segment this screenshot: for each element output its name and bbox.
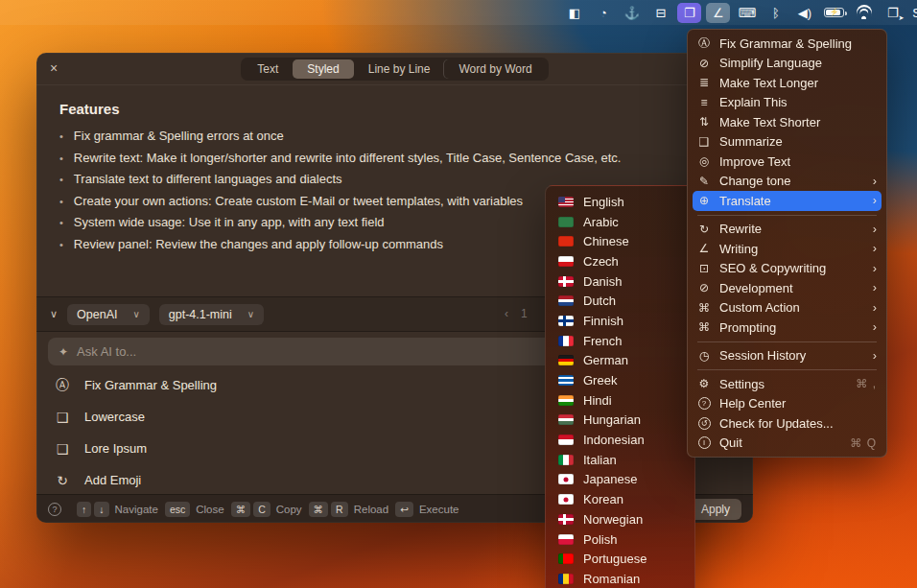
wifi-icon[interactable] xyxy=(852,3,876,23)
hint-label: Navigate xyxy=(115,504,158,515)
command-icon: ⌘ xyxy=(696,320,712,334)
menu-item-fix-grammar-spelling[interactable]: ⒶFix Grammar & Spelling xyxy=(688,34,886,54)
sidebar-toggle-icon[interactable]: ◧ xyxy=(562,3,586,23)
menubar: ◧◔⚓⊟❐∠⌨ᛒ◀)⚡❐➤S xyxy=(0,0,917,25)
provider-dropdown[interactable]: OpenAI ∨ xyxy=(67,304,150,325)
bullet-icon: • xyxy=(59,126,63,148)
language-item-norwegian[interactable]: Norwegian xyxy=(546,509,694,529)
menu-item-settings[interactable]: ⚙Settings⌘ , xyxy=(688,374,886,394)
menu-item-make-text-shorter[interactable]: ⇅Make Text Shorter xyxy=(688,112,886,132)
menu-item-simplify-language[interactable]: ⊘Simplify Language xyxy=(688,54,886,74)
docker-icon-glyph: ⚓ xyxy=(624,6,640,20)
angle-app-icon[interactable]: ∠ xyxy=(706,3,730,23)
battery-icon[interactable]: ⚡ xyxy=(821,3,847,23)
keyboard-icon[interactable]: ⌨ xyxy=(735,3,759,23)
feature-text: Review panel: Review the changes and app… xyxy=(74,234,443,256)
menu-item-custom-action[interactable]: ⌘Custom Action› xyxy=(688,298,886,318)
speech-bubble-icon: ❑ xyxy=(696,135,712,149)
menu-item-label: SEO & Copywriting xyxy=(719,261,826,275)
language-label: Romanian xyxy=(583,572,640,586)
pagination-prev-icon[interactable]: ‹ xyxy=(505,307,508,320)
menu-item-label: Help Center xyxy=(719,396,786,411)
bluetooth-icon[interactable]: ᛒ xyxy=(764,3,788,23)
docker-icon[interactable]: ⚓ xyxy=(620,3,644,23)
flag-icon xyxy=(558,375,574,386)
apply-button[interactable]: Apply xyxy=(690,499,741,520)
menu-item-quit[interactable]: ǀQuit⌘ Q xyxy=(688,434,886,454)
tab-text[interactable]: Text xyxy=(243,59,293,79)
menu-item-change-tone[interactable]: ✎Change tone› xyxy=(688,172,886,192)
menu-item-session-history[interactable]: ◷Session History› xyxy=(688,346,886,366)
menu-item-help-center[interactable]: ?Help Center xyxy=(688,394,886,414)
flag-icon xyxy=(558,295,574,306)
menu-item-label: Translate xyxy=(719,194,771,208)
keyboard-icon-glyph: ⌨ xyxy=(738,6,756,20)
language-label: Polish xyxy=(583,532,617,547)
menu-item-writing[interactable]: ∠Writing› xyxy=(688,239,886,259)
copy-app-icon[interactable]: ❐ xyxy=(677,3,701,23)
language-item-german[interactable]: German xyxy=(546,351,694,371)
menu-item-seo-copywriting[interactable]: ⊡SEO & Copywriting› xyxy=(688,259,886,279)
menu-item-check-for-updates[interactable]: ↺Check for Updates... xyxy=(688,413,886,434)
keycap: C xyxy=(253,502,270,517)
menu-item-prompting[interactable]: ⌘Prompting› xyxy=(688,318,886,338)
clock-partial-glyph: S xyxy=(912,6,917,20)
language-item-indonesian[interactable]: Indonesian xyxy=(546,430,694,450)
feature-text: Translate text to different languages an… xyxy=(74,169,342,191)
language-item-greek[interactable]: Greek xyxy=(546,370,694,390)
language-item-finnish[interactable]: Finnish xyxy=(546,311,694,331)
menu-item-explain-this[interactable]: ≡Explain This xyxy=(688,93,886,113)
tab-line-by-line[interactable]: Line by Line xyxy=(354,59,445,79)
menu-item-summarize[interactable]: ❑Summarize xyxy=(688,132,886,153)
tab-styled[interactable]: Styled xyxy=(293,59,353,79)
language-item-french[interactable]: French xyxy=(546,331,694,351)
hint-label: Execute xyxy=(419,504,459,515)
language-item-english[interactable]: English xyxy=(546,192,694,212)
translate-language-submenu: EnglishArabicChineseCzechDanishDutchFinn… xyxy=(545,185,695,588)
language-item-chinese[interactable]: Chinese xyxy=(546,231,694,251)
dev-slash-icon: ⊘ xyxy=(696,281,712,294)
flag-icon xyxy=(558,217,574,227)
menu-item-make-text-longer[interactable]: ≣Make Text Longer xyxy=(688,73,886,93)
menu-item-improve-text[interactable]: ◎Improve Text xyxy=(688,152,886,172)
language-item-polish[interactable]: Polish xyxy=(546,529,694,550)
flag-icon xyxy=(558,494,574,505)
menu-item-label: Writing xyxy=(719,242,758,256)
action-label: Lowercase xyxy=(84,410,145,424)
keycap: ↩ xyxy=(395,502,413,517)
menu-item-label: Explain This xyxy=(719,95,788,109)
language-item-japanese[interactable]: Japanese xyxy=(546,470,694,490)
menu-item-translate[interactable]: ⊕Translate› xyxy=(693,191,882,211)
language-item-danish[interactable]: Danish xyxy=(546,271,694,292)
bullet-icon: • xyxy=(59,148,63,170)
widgets-icon[interactable]: ⊟ xyxy=(648,3,672,23)
rotation-lock-icon[interactable]: ◔ xyxy=(591,3,615,23)
flag-cross xyxy=(563,316,567,326)
language-item-hindi[interactable]: Hindi xyxy=(546,390,694,411)
language-item-hungarian[interactable]: Hungarian xyxy=(546,411,694,431)
language-item-czech[interactable]: Czech xyxy=(546,251,694,271)
flag-icon xyxy=(558,574,574,584)
chevron-down-icon[interactable]: ∨ xyxy=(50,308,58,320)
model-dropdown[interactable]: gpt-4.1-mini ∨ xyxy=(159,304,264,325)
tab-word-by-word[interactable]: Word by Word xyxy=(444,59,546,79)
menu-item-rewrite[interactable]: ↻Rewrite› xyxy=(688,220,886,240)
clock-partial[interactable]: S xyxy=(909,3,917,23)
action-label: Lore Ipsum xyxy=(84,441,147,456)
language-item-arabic[interactable]: Arabic xyxy=(546,212,694,232)
language-item-romanian[interactable]: Romanian xyxy=(546,569,694,588)
help-icon[interactable]: ? xyxy=(48,503,61,516)
close-icon[interactable]: × xyxy=(50,60,58,76)
language-item-italian[interactable]: Italian xyxy=(546,450,694,470)
screen-sharing-icon[interactable]: ❐➤ xyxy=(881,3,905,23)
language-item-dutch[interactable]: Dutch xyxy=(546,291,694,311)
language-label: Italian xyxy=(583,453,617,467)
features-title: Features xyxy=(59,101,730,117)
language-item-portuguese[interactable]: Portuguese xyxy=(546,549,694,569)
flag-dot xyxy=(564,477,569,482)
language-label: Japanese xyxy=(583,472,637,486)
volume-icon[interactable]: ◀) xyxy=(792,3,816,23)
speech-bubble-icon: ❑ xyxy=(53,410,72,425)
menu-item-development[interactable]: ⊘Development› xyxy=(688,278,886,298)
language-item-korean[interactable]: Korean xyxy=(546,489,694,509)
